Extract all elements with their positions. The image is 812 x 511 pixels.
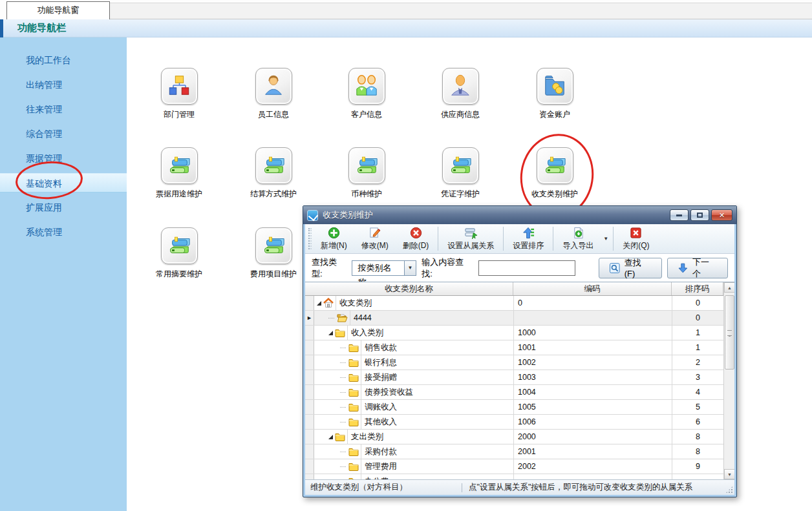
cell-code: 0 — [514, 296, 672, 310]
dialog-titlebar[interactable]: 收支类别维护 ✕ — [303, 206, 736, 224]
folder-open-icon — [337, 313, 348, 322]
sidebar-item-3[interactable]: 综合管理 — [0, 124, 127, 143]
cell-sortcode: 6 — [672, 415, 724, 429]
next-button[interactable]: 下一个 — [667, 258, 728, 278]
column-header-name[interactable]: 收支类别名称 — [305, 282, 513, 295]
toolbar-button-close-red[interactable]: 关闭(Q) — [615, 224, 656, 253]
tile-button[interactable] — [348, 68, 385, 105]
toolbar-button-label: 设置从属关系 — [447, 240, 494, 251]
tile-label: 供应商信息 — [418, 109, 502, 120]
tile-button[interactable] — [537, 147, 573, 184]
tile-button[interactable] — [161, 147, 198, 184]
table-row[interactable]: 接受捐赠10033 — [305, 370, 734, 385]
folder-icon — [348, 358, 359, 367]
app-logo-icon — [307, 210, 318, 221]
expand-icon[interactable] — [328, 331, 333, 335]
expand-icon[interactable] — [317, 301, 321, 306]
search-input[interactable] — [478, 260, 575, 276]
table-row[interactable]: 收支类别00 — [305, 296, 734, 311]
maximize-button[interactable] — [690, 209, 709, 221]
expand-icon[interactable] — [328, 435, 333, 439]
chevron-down-icon[interactable]: ▼ — [404, 261, 416, 275]
tabbar: 功能导航窗 — [0, 0, 812, 19]
close-button[interactable]: ✕ — [711, 209, 732, 221]
table-row[interactable]: 其他收入10066 — [305, 415, 734, 430]
table-row[interactable]: 管理费用20029 — [305, 459, 734, 474]
vertical-scrollbar[interactable]: ▲ ▼ — [723, 282, 734, 479]
toolbar-button-delete[interactable]: 删除(D) — [396, 224, 436, 253]
sidebar-item-7[interactable]: 系统管理 — [0, 222, 127, 242]
dialog-toolbar: 新增(N)修改(M)删除(D)设置从属关系设置排序导入导出▼关闭(Q) — [305, 224, 734, 254]
table-row[interactable]: 支出类别20008 — [305, 430, 734, 444]
column-header-sortcode[interactable]: 排序码 — [672, 282, 723, 295]
tree-connector — [340, 452, 346, 452]
toolbar-button-sort-up[interactable]: 设置排序 — [506, 224, 551, 253]
sidebar-item-5[interactable]: 基础资料 — [0, 173, 127, 193]
books-icon — [167, 152, 191, 180]
toolbar-button-edit[interactable]: 修改(M) — [354, 224, 396, 253]
tile-button[interactable] — [348, 147, 385, 184]
search-input-label: 输入内容查找: — [422, 256, 473, 280]
cell-sortcode: 0 — [672, 311, 724, 325]
row-gutter — [305, 459, 314, 474]
sidebar-item-0[interactable]: 我的工作台 — [0, 50, 127, 70]
tile-label: 员工信息 — [231, 109, 315, 120]
books-icon — [167, 233, 191, 260]
tree-connector — [328, 318, 334, 318]
tile-button[interactable] — [442, 147, 479, 184]
cell-code: 1001 — [514, 340, 672, 355]
tile-button[interactable] — [537, 68, 573, 105]
find-button[interactable]: 查找(F) — [599, 258, 662, 278]
search-type-dropdown[interactable]: 按类别名称 ▼ — [352, 260, 416, 276]
table-row[interactable]: 银行利息10022 — [305, 355, 734, 370]
toolbar-button-label: 设置排序 — [513, 240, 544, 251]
minimize-button[interactable] — [670, 209, 689, 221]
tile-button[interactable] — [255, 68, 292, 105]
table-row[interactable]: 债券投资收益10044 — [305, 385, 734, 400]
table-row[interactable]: 调账收入10055 — [305, 400, 734, 415]
tab-function-nav[interactable]: 功能导航窗 — [6, 1, 110, 19]
scroll-down-icon[interactable]: ▼ — [724, 469, 734, 479]
next-button-label: 下一个 — [692, 256, 717, 280]
scroll-up-icon[interactable]: ▲ — [724, 282, 734, 293]
tile-button[interactable] — [161, 68, 198, 105]
tile-button[interactable] — [255, 147, 292, 184]
toolbar-grip — [308, 228, 312, 249]
column-header-code[interactable]: 编码 — [513, 282, 672, 295]
table-row[interactable]: 销售收款10011 — [305, 340, 734, 355]
sidebar-item-1[interactable]: 出纳管理 — [0, 75, 127, 94]
app-tile-0-0: 部门管理 — [137, 68, 221, 120]
cell-category-name: 债券投资收益 — [314, 385, 514, 399]
category-name-text: 支出类别 — [347, 430, 513, 444]
cell-sortcode: 5 — [672, 400, 724, 414]
dialog-income-expense-category: 收支类别维护 ✕ 新增(N)修改(M)删除(D)设置从属关系设置排序导入导出▼关… — [303, 205, 737, 497]
import-export-icon — [572, 227, 584, 239]
toolbar-button-add[interactable]: 新增(N) — [314, 224, 354, 253]
tile-button[interactable] — [255, 227, 292, 264]
resize-grip[interactable] — [725, 486, 733, 494]
cell-sortcode: 0 — [672, 296, 724, 310]
find-button-label: 查找(F) — [625, 257, 652, 278]
books-icon — [542, 152, 567, 180]
cell-code: 2002 — [514, 459, 672, 474]
sidebar-item-6[interactable]: 扩展应用 — [0, 198, 127, 217]
toolbar-button-hierarchy[interactable]: 设置从属关系 — [440, 224, 501, 253]
folder-icon — [348, 447, 359, 456]
scrollbar-thumb[interactable] — [725, 295, 734, 370]
sidebar-item-4[interactable]: 票据管理 — [0, 149, 127, 168]
search-icon — [610, 263, 620, 273]
cell-category-name: 接受捐赠 — [314, 370, 514, 384]
tile-button[interactable] — [442, 68, 479, 105]
category-name-text: 管理费用 — [361, 459, 513, 474]
add-icon — [328, 227, 340, 239]
table-row[interactable]: 采购付款20018 — [305, 444, 734, 459]
table-row[interactable]: 收入类别10001 — [305, 326, 734, 340]
sidebar-item-2[interactable]: 往来管理 — [0, 99, 127, 119]
tile-button[interactable] — [161, 227, 198, 264]
table-row[interactable]: 办公费 — [305, 474, 734, 479]
toolbar-button-import-export[interactable]: 导入导出 — [555, 224, 601, 253]
table-row[interactable]: ►44440 — [305, 311, 734, 326]
dropdown-caret-icon[interactable]: ▼ — [601, 236, 611, 242]
toolbar-button-label: 关闭(Q) — [623, 240, 649, 251]
folder-icon — [348, 343, 359, 352]
